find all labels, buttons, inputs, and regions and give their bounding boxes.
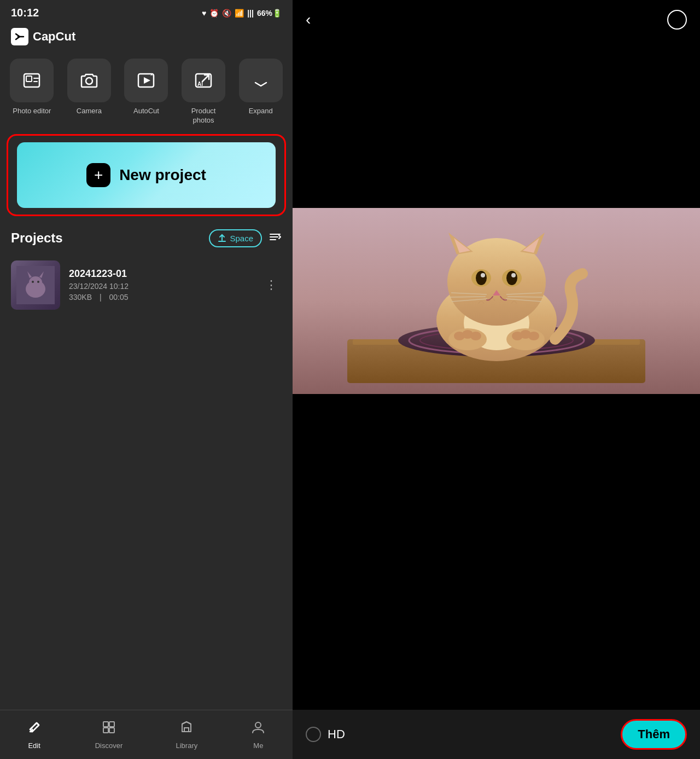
project-duration: 00:05 <box>109 293 128 302</box>
battery-icon: 66%🔋 <box>257 9 282 18</box>
camera-label: Camera <box>77 107 102 116</box>
svg-point-60 <box>528 332 539 340</box>
product-photos-icon: AI <box>182 59 225 102</box>
sort-icon[interactable] <box>269 230 282 246</box>
svg-point-42 <box>476 271 487 285</box>
expand-icon-btn <box>239 59 283 102</box>
project-size: 330KB <box>69 293 92 302</box>
hd-circle-toggle[interactable] <box>306 727 321 742</box>
svg-point-20 <box>32 281 34 283</box>
wifi-icon: 📶 <box>235 9 244 18</box>
projects-actions: Space <box>209 229 282 247</box>
svg-point-57 <box>470 332 481 340</box>
signal-icon: ||| <box>247 9 254 18</box>
status-bar: 10:12 ♥ ⏰ 🔇 📶 ||| 66%🔋 <box>0 0 293 24</box>
status-icons: ♥ ⏰ 🔇 📶 ||| 66%🔋 <box>202 9 282 18</box>
project-separator: | <box>100 293 104 302</box>
quick-actions-row: Photo editor Camera AutoCut <box>0 54 293 130</box>
camera-icon <box>67 59 111 102</box>
right-panel: ‹ <box>293 0 700 759</box>
svg-rect-22 <box>103 722 108 727</box>
hd-control: HD <box>306 727 345 742</box>
new-project-plus-icon: + <box>86 163 110 187</box>
space-button[interactable]: Space <box>209 229 262 247</box>
project-more-button[interactable]: ⋮ <box>261 274 282 297</box>
circle-button[interactable] <box>667 10 687 30</box>
svg-marker-7 <box>144 77 150 84</box>
nav-me[interactable]: Me <box>250 720 266 750</box>
back-button[interactable]: ‹ <box>306 11 311 28</box>
expand-label: Expand <box>249 107 273 116</box>
new-project-button[interactable]: + New project <box>17 142 276 208</box>
status-time: 10:12 <box>11 7 39 19</box>
alarm-icon: ⏰ <box>209 9 219 18</box>
library-nav-icon <box>179 720 194 738</box>
left-panel: 10:12 ♥ ⏰ 🔇 📶 ||| 66%🔋 CapCut <box>0 0 293 759</box>
product-photos-label: Product photos <box>191 107 216 125</box>
right-bottom-bar: HD Thêm <box>293 710 700 759</box>
svg-point-5 <box>86 78 92 84</box>
svg-point-21 <box>37 281 39 283</box>
nav-edit[interactable]: Edit <box>27 720 42 750</box>
quick-action-expand[interactable]: Expand <box>239 59 283 125</box>
project-name: 20241223-01 <box>69 268 252 280</box>
new-project-wrapper: + New project <box>7 134 286 216</box>
projects-title: Projects <box>11 230 63 246</box>
svg-text:AI: AI <box>197 81 203 87</box>
project-date: 23/12/2024 10:12 <box>69 282 252 291</box>
autocut-label: AutoCut <box>133 107 159 116</box>
heart-icon: ♥ <box>202 9 206 18</box>
quick-action-product-photos[interactable]: AI Product photos <box>182 59 225 125</box>
svg-point-26 <box>255 722 261 728</box>
edit-nav-label: Edit <box>28 741 40 750</box>
edit-nav-icon <box>27 720 42 738</box>
hd-label: HD <box>328 727 345 741</box>
quick-action-autocut[interactable]: AutoCut <box>124 59 168 125</box>
svg-rect-25 <box>109 728 114 733</box>
bottom-navigation: Edit Discover Library <box>0 710 293 759</box>
nav-discover[interactable]: Discover <box>95 720 123 750</box>
svg-rect-2 <box>26 76 32 82</box>
svg-rect-23 <box>109 722 114 727</box>
library-nav-label: Library <box>176 741 197 750</box>
project-thumb-image <box>11 260 60 310</box>
svg-point-45 <box>511 273 516 277</box>
discover-nav-label: Discover <box>95 741 123 750</box>
discover-nav-icon <box>101 720 116 738</box>
new-project-label: New project <box>119 166 206 184</box>
photo-editor-icon <box>10 59 54 102</box>
svg-point-17 <box>29 276 42 288</box>
space-button-label: Space <box>230 234 253 243</box>
nav-library[interactable]: Library <box>176 720 197 750</box>
cat-illustration <box>293 208 700 394</box>
project-meta: 330KB | 00:05 <box>69 293 252 302</box>
them-button[interactable]: Thêm <box>621 719 687 750</box>
project-item[interactable]: 20241223-01 23/12/2024 10:12 330KB | 00:… <box>0 254 293 316</box>
svg-point-43 <box>506 271 517 285</box>
svg-point-44 <box>481 273 485 277</box>
logo-area: CapCut <box>0 24 293 54</box>
app-name: CapCut <box>33 30 75 44</box>
capcut-logo-icon <box>11 28 28 45</box>
projects-header: Projects Space <box>0 221 293 254</box>
me-nav-icon <box>250 720 266 738</box>
black-area-bottom <box>293 394 700 759</box>
project-info: 20241223-01 23/12/2024 10:12 330KB | 00:… <box>69 268 252 302</box>
svg-rect-24 <box>103 728 108 733</box>
svg-line-51 <box>508 297 543 297</box>
quick-action-camera[interactable]: Camera <box>67 59 111 125</box>
cat-photo-area <box>293 208 700 394</box>
svg-line-48 <box>450 297 486 297</box>
autocut-icon <box>124 59 168 102</box>
photo-editor-label: Photo editor <box>13 107 51 116</box>
svg-line-9 <box>202 75 209 82</box>
project-thumbnail <box>11 260 60 310</box>
me-nav-label: Me <box>253 741 263 750</box>
quick-action-photo-editor[interactable]: Photo editor <box>10 59 54 125</box>
mute-icon: 🔇 <box>222 9 231 18</box>
right-top-bar: ‹ <box>293 0 700 39</box>
